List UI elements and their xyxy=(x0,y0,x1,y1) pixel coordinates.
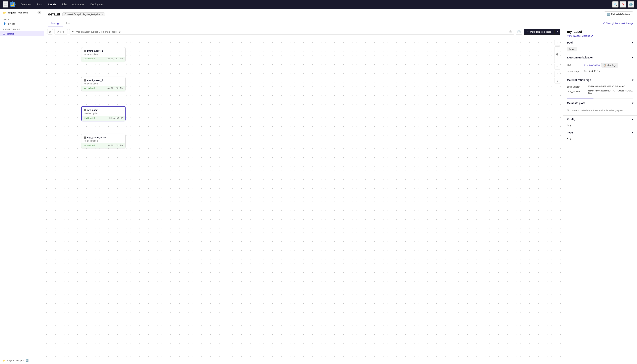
materialize-dropdown-button[interactable]: ▾ xyxy=(555,29,560,35)
mat-tags-header[interactable]: Materialization tags ▾ xyxy=(563,76,637,84)
reload-label: Reload definitions xyxy=(611,13,630,16)
asset-card-icon-1: ▦ xyxy=(84,49,86,52)
sidebar-repo-header[interactable]: 📁 dagster_test.prha 2 xyxy=(0,9,44,16)
footer-repo-name: dagster_test.prha xyxy=(7,359,24,362)
page-title: default xyxy=(48,12,60,16)
sidebar-item-my-job[interactable]: 👤 my_job xyxy=(0,21,44,26)
sidebar-item-label-default: default xyxy=(7,32,14,35)
latest-mat-label: Latest materialization xyxy=(567,56,593,59)
search-icon-button[interactable]: 🔍 xyxy=(612,1,618,8)
materialize-button-group: ✦ Materialize selected ▾ xyxy=(524,29,560,35)
lineage-layout: ⇄ ⚙ Filter ✦ ⓘ 🔄 ✦ Materialize s xyxy=(44,27,637,364)
zoom-out-button[interactable]: − xyxy=(554,64,560,70)
sidebar-item-default[interactable]: ⬡ default xyxy=(0,31,44,36)
latest-materialization-section: Latest materialization ▾ Run Run 80e2083… xyxy=(563,54,637,76)
asset-card-icon-2: ▦ xyxy=(84,79,86,82)
asset-name-4: my_graph_asset xyxy=(87,136,106,139)
asset-status-2: Materialized xyxy=(84,87,95,89)
tab-lineage[interactable]: Lineage xyxy=(48,20,63,27)
global-lineage-link[interactable]: ⬡ View global asset lineage xyxy=(603,22,633,25)
type-content: Any xyxy=(563,136,637,142)
collapse-expand-button[interactable]: ⇄ xyxy=(47,29,53,35)
zoom-in-button[interactable]: + xyxy=(554,40,560,46)
materialize-icon: ✦ xyxy=(527,30,529,33)
run-link[interactable]: Run 80e20830 xyxy=(584,64,600,67)
pool-collapse-icon: ▾ xyxy=(632,41,633,44)
global-lineage-label: View global asset lineage xyxy=(606,22,633,25)
asset-search-input[interactable] xyxy=(75,30,508,33)
sidebar-footer: 📁 dagster_test.prha 🔄 xyxy=(0,357,44,364)
topnav-icon-group: 🔍 ❓ ⚙️ xyxy=(612,1,634,8)
nav-jobs[interactable]: Jobs xyxy=(59,2,69,7)
filter-button[interactable]: ⚙ Filter xyxy=(54,29,68,34)
latest-mat-header[interactable]: Latest materialization ▾ xyxy=(563,54,637,61)
metadata-plots-header[interactable]: Metadata plots ▾ xyxy=(563,100,637,107)
lineage-icon: ⬡ xyxy=(603,22,605,25)
pool-tag-name: foo xyxy=(572,48,575,51)
nav-automation[interactable]: Automation xyxy=(70,2,88,7)
type-section: Type ▾ Any xyxy=(563,129,637,142)
mat-tags-label: Materialization tags xyxy=(567,78,591,82)
view-catalog-link[interactable]: View in Asset Catalog ↗ xyxy=(567,34,633,37)
lineage-toolbar: ⇄ ⚙ Filter ✦ ⓘ 🔄 ✦ Materialize s xyxy=(44,27,563,37)
config-header[interactable]: Config ▾ xyxy=(563,116,637,123)
jobs-section-label: Jobs xyxy=(0,16,44,21)
materialize-selected-button[interactable]: ✦ Materialize selected xyxy=(524,29,555,35)
asset-date-4: Jan 10, 12:31 PM xyxy=(107,144,123,146)
mat-tags-content: code_version 80e20830-b0e7-422c-979d-3c1… xyxy=(563,84,637,97)
zoom-slider[interactable] xyxy=(554,46,560,63)
hamburger-menu-button[interactable]: ☰ xyxy=(3,1,8,8)
asset-card-my-asset[interactable]: ▦ my_asset No description Materialized F… xyxy=(81,106,126,121)
asset-desc-1: No description xyxy=(81,53,125,56)
asset-date-2: Jan 10, 12:31 PM xyxy=(107,87,123,89)
nav-runs[interactable]: Runs xyxy=(34,2,45,7)
mat-tags-section: Materialization tags ▾ code_version 80e2… xyxy=(563,76,637,100)
lineage-canvas[interactable]: ⇄ ⚙ Filter ✦ ⓘ 🔄 ✦ Materialize s xyxy=(44,27,563,364)
run-value-wrap: Run 80e20830 📋 View logs xyxy=(584,63,618,68)
reset-zoom-button[interactable]: ⊡ xyxy=(554,71,560,77)
filter-label: Filter xyxy=(60,30,65,33)
run-row: Run Run 80e20830 📋 View logs xyxy=(567,62,633,68)
tab-list[interactable]: List xyxy=(63,20,73,27)
asset-status-4: Materialized xyxy=(84,144,95,146)
type-label: Type xyxy=(567,131,573,134)
asset-search-wrap: ✦ ⓘ xyxy=(69,29,514,35)
refresh-button[interactable]: 🔄 xyxy=(516,29,522,35)
data-version-row: data_version ab14be32f606383bbf4a144cf77… xyxy=(567,89,633,95)
nav-overview[interactable]: Overview xyxy=(19,2,34,7)
pool-tag: ⧉ foo xyxy=(567,47,577,52)
view-logs-label: View logs xyxy=(607,64,616,66)
main-content: default ⬡ Asset Group in dagster_test.pr… xyxy=(44,9,637,364)
asset-card-icon-4: ▦ xyxy=(84,136,86,139)
view-logs-button[interactable]: 📋 View logs xyxy=(601,63,618,68)
right-panel: my_asset View in Asset Catalog ↗ Pool ▾ … xyxy=(563,27,637,364)
timestamp-label: Timestamp xyxy=(567,70,582,73)
mat-tags-collapse-icon: ▾ xyxy=(632,78,633,82)
nav-assets[interactable]: Assets xyxy=(46,2,59,7)
config-label: Config xyxy=(567,118,575,121)
search-help-icon: ⓘ xyxy=(509,30,512,34)
metadata-plots-section: Metadata plots ▾ No numeric metadata ent… xyxy=(563,100,637,116)
help-icon-button[interactable]: ❓ xyxy=(620,1,626,8)
footer-sync-icon: 🔄 xyxy=(26,359,29,362)
timestamp-row: Timestamp Feb 7, 4:06 PM xyxy=(567,68,633,74)
tabs-bar: Lineage List ⬡ View global asset lineage xyxy=(44,20,637,27)
asset-card-multi-asset-1[interactable]: ▦ multi_asset_1 No description Materiali… xyxy=(81,47,126,62)
asset-groups-section-label: Asset groups xyxy=(0,26,44,31)
asset-date-1: Jan 10, 12:31 PM xyxy=(107,58,123,60)
repo-icon: 📁 xyxy=(3,11,6,14)
app-logo: 🌙 xyxy=(10,2,16,8)
settings-icon-button[interactable]: ⚙️ xyxy=(628,1,634,8)
reload-definitions-button[interactable]: 🔄 Reload definitions xyxy=(604,12,633,17)
right-panel-header: my_asset View in Asset Catalog ↗ xyxy=(563,27,637,39)
asset-card-my-graph-asset[interactable]: ▦ my_graph_asset No description Material… xyxy=(81,134,126,148)
nav-deployment[interactable]: Deployment xyxy=(88,2,106,7)
fit-view-button[interactable]: ⊕ xyxy=(554,78,560,84)
materialize-label: Materialize selected xyxy=(530,30,551,33)
asset-desc-4: No description xyxy=(81,140,125,143)
pool-section-header[interactable]: Pool ▾ xyxy=(563,39,637,46)
asset-date-3: Feb 7, 4:06 PM xyxy=(109,117,123,119)
type-header[interactable]: Type ▾ xyxy=(563,129,637,136)
subset-icon: ✦ xyxy=(72,30,74,34)
asset-card-multi-asset-2[interactable]: ▦ multi_asset_2 No description Materiali… xyxy=(81,77,126,91)
